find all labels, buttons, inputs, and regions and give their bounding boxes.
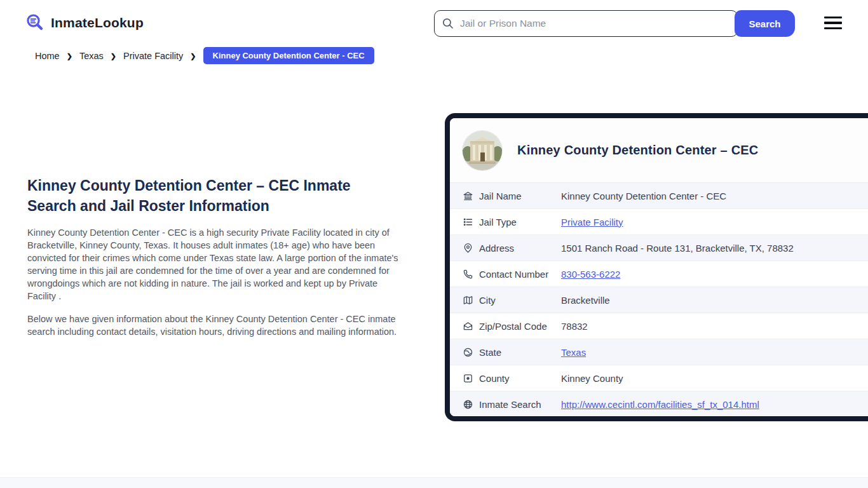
breadcrumb-private-facility[interactable]: Private Facility: [123, 51, 183, 61]
article-paragraph-2: Below we have given information about th…: [27, 313, 406, 338]
row-label: Inmate Search: [479, 399, 561, 410]
search-input[interactable]: [434, 10, 738, 37]
contact-number-link[interactable]: 830-563-6222: [561, 269, 620, 280]
county-map-icon: [462, 372, 473, 384]
row-label: Contact Number: [479, 269, 561, 280]
row-label: Zip/Postal Code: [479, 321, 561, 332]
search-icon: [442, 17, 454, 30]
facility-card-title: Kinney County Detention Center – CEC: [517, 143, 758, 158]
table-row-zip-code: Zip/Postal Code 78832: [450, 313, 868, 339]
row-value: Kinney County Detention Center - CEC: [561, 191, 726, 201]
breadcrumb-home[interactable]: Home: [35, 51, 60, 61]
globe-grid-icon: [462, 398, 473, 410]
row-label: Jail Name: [479, 191, 561, 201]
table-row-contact-number: Contact Number 830-563-6222: [450, 261, 868, 287]
map-icon: [462, 294, 473, 306]
mail-open-icon: [462, 320, 473, 332]
row-value: Bracketville: [561, 295, 610, 306]
state-link[interactable]: Texas: [561, 347, 586, 358]
chevron-right-icon: ❯: [67, 52, 72, 60]
search-button[interactable]: Search: [735, 10, 795, 37]
row-value: Kinney County: [561, 373, 623, 384]
table-row-jail-type: Jail Type Private Facility: [450, 209, 868, 235]
facility-detail-table: Jail Name Kinney County Detention Center…: [450, 182, 868, 417]
map-pin-icon: [462, 242, 473, 254]
jail-type-link[interactable]: Private Facility: [561, 217, 623, 227]
breadcrumb-texas[interactable]: Texas: [79, 51, 104, 61]
table-row-address: Address 1501 Ranch Road - Route 131, Bra…: [450, 235, 868, 261]
chevron-right-icon: ❯: [190, 52, 196, 60]
article-paragraph-1: Kinney County Detention Center - CEC is …: [27, 226, 406, 302]
breadcrumb-current-pill[interactable]: Kinney County Detention Center - CEC: [203, 47, 374, 64]
chevron-right-icon: ❯: [111, 52, 116, 60]
footer-strip: [0, 477, 868, 488]
row-label: City: [479, 295, 561, 306]
table-row-jail-name: Jail Name Kinney County Detention Center…: [450, 183, 868, 209]
table-row-city: City Bracketville: [450, 287, 868, 313]
app-logo[interactable]: InmateLookup: [25, 13, 144, 32]
row-value: 78832: [561, 321, 588, 332]
row-label: State: [479, 347, 561, 358]
row-label: Jail Type: [479, 217, 561, 227]
inmate-search-link[interactable]: http://www.cecintl.com/facilities_sf_tx_…: [561, 399, 759, 410]
menu-icon[interactable]: [824, 17, 842, 32]
breadcrumb: Home ❯ Texas ❯ Private Facility ❯ Kinney…: [35, 47, 374, 64]
list-icon: [462, 216, 473, 227]
row-label: County: [479, 373, 561, 384]
row-label: Address: [479, 243, 561, 254]
page-title: Kinney County Detention Center – CEC Inm…: [27, 175, 378, 216]
site-search: Search: [434, 10, 795, 37]
phone-icon: [462, 268, 473, 280]
magnifier-logo-icon: [25, 13, 45, 32]
table-row-inmate-search: Inmate Search http://www.cecintl.com/fac…: [450, 391, 868, 417]
facility-photo: [463, 131, 502, 170]
facility-card-header: Kinney County Detention Center – CEC: [450, 118, 868, 182]
table-row-state: State Texas: [450, 339, 868, 365]
globe-icon: [462, 346, 473, 358]
table-row-county: County Kinney County: [450, 365, 868, 391]
facility-card: Kinney County Detention Center – CEC Jai…: [445, 113, 868, 421]
row-value: 1501 Ranch Road - Route 131, Bracketvill…: [561, 243, 794, 254]
bank-icon: [462, 190, 473, 201]
logo-text: InmateLookup: [51, 15, 144, 30]
